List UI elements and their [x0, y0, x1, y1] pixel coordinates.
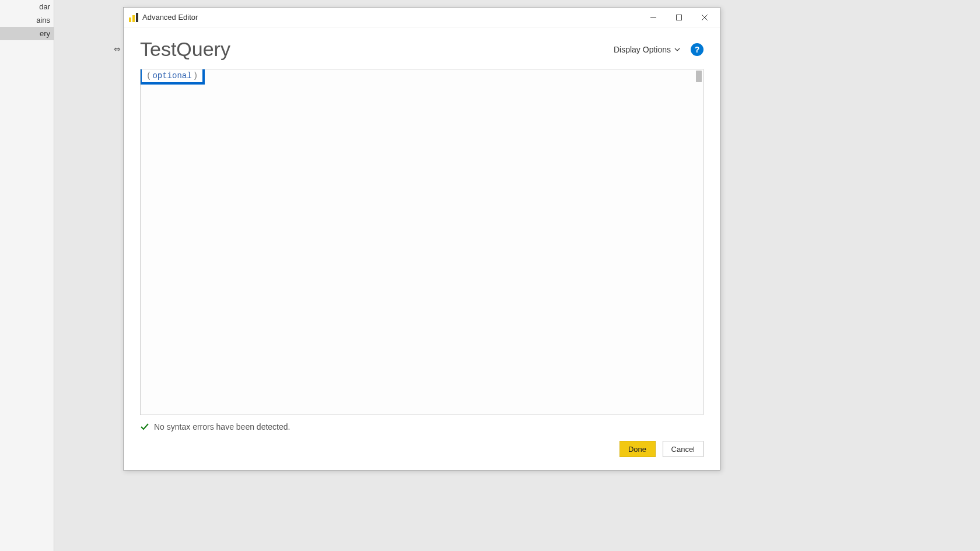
- paren-close: ): [193, 71, 198, 80]
- status-message: No syntax errors have been detected.: [154, 422, 290, 431]
- advanced-editor-dialog: Advanced Editor TestQuery Display Option…: [123, 7, 720, 471]
- code-editor[interactable]: ( optional ): [140, 69, 704, 415]
- close-button[interactable]: [692, 9, 718, 26]
- sidebar-item[interactable]: ery: [0, 27, 54, 40]
- svg-rect-2: [136, 13, 138, 22]
- sidebar-item[interactable]: dar: [0, 0, 54, 13]
- highlighted-token: ( optional ): [140, 69, 205, 85]
- scrollbar-thumb[interactable]: [696, 71, 702, 82]
- code-keyword: optional: [152, 71, 191, 80]
- window-title: Advanced Editor: [142, 13, 640, 22]
- minimize-button[interactable]: [640, 9, 666, 26]
- svg-rect-0: [129, 17, 131, 22]
- check-icon: [140, 422, 149, 431]
- query-name-title: TestQuery: [140, 38, 614, 61]
- display-options-label: Display Options: [614, 45, 671, 54]
- app-icon: [128, 12, 139, 23]
- titlebar: Advanced Editor: [124, 8, 720, 27]
- svg-rect-4: [677, 15, 682, 20]
- svg-rect-1: [132, 15, 135, 22]
- help-icon: ?: [695, 45, 700, 54]
- maximize-button[interactable]: [666, 9, 692, 26]
- header-row: TestQuery Display Options ?: [124, 27, 720, 65]
- help-button[interactable]: ?: [691, 43, 704, 56]
- resize-handle-icon[interactable]: ⇔: [114, 44, 121, 54]
- status-bar: No syntax errors have been detected.: [124, 420, 720, 435]
- paren-open: (: [146, 71, 151, 80]
- sidebar-panel: dar ains ery: [0, 0, 54, 551]
- cancel-button[interactable]: Cancel: [663, 441, 704, 457]
- chevron-down-icon: [674, 45, 680, 54]
- sidebar-item[interactable]: ains: [0, 13, 54, 27]
- button-row: Done Cancel: [124, 435, 720, 470]
- window-controls: [640, 9, 718, 26]
- display-options-dropdown[interactable]: Display Options: [614, 45, 680, 54]
- code-line: ( optional ): [141, 69, 205, 82]
- done-button[interactable]: Done: [620, 441, 656, 457]
